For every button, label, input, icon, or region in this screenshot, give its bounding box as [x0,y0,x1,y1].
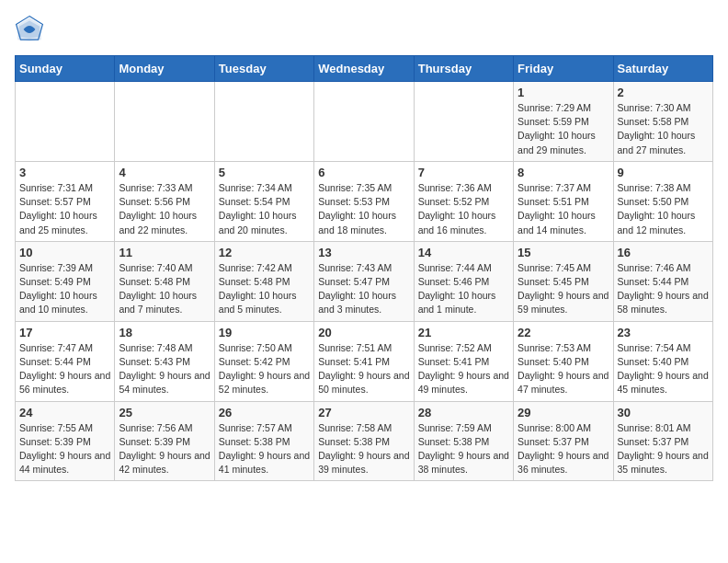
calendar-cell: 14Sunrise: 7:44 AMSunset: 5:46 PMDayligh… [414,241,513,321]
day-info: Sunrise: 7:40 AMSunset: 5:48 PMDaylight:… [119,261,210,317]
calendar-header: SundayMondayTuesdayWednesdayThursdayFrid… [16,56,713,82]
calendar-body: 1Sunrise: 7:29 AMSunset: 5:59 PMDaylight… [16,82,713,481]
day-info: Sunrise: 7:50 AMSunset: 5:42 PMDaylight:… [219,341,310,397]
day-info: Sunrise: 7:38 AMSunset: 5:50 PMDaylight:… [618,181,709,237]
day-info: Sunrise: 7:55 AMSunset: 5:39 PMDaylight:… [19,421,110,477]
day-info: Sunrise: 7:42 AMSunset: 5:48 PMDaylight:… [219,261,310,317]
calendar-cell: 16Sunrise: 7:46 AMSunset: 5:44 PMDayligh… [613,241,712,321]
calendar-cell: 30Sunrise: 8:01 AMSunset: 5:37 PMDayligh… [613,401,712,481]
day-number: 7 [418,166,509,179]
calendar-cell: 21Sunrise: 7:52 AMSunset: 5:41 PMDayligh… [414,321,513,401]
day-number: 25 [119,406,210,419]
day-number: 10 [19,246,110,259]
calendar-cell: 2Sunrise: 7:30 AMSunset: 5:58 PMDaylight… [613,82,712,162]
calendar-week-5: 24Sunrise: 7:55 AMSunset: 5:39 PMDayligh… [16,401,713,481]
day-number: 24 [19,406,110,419]
calendar-week-3: 10Sunrise: 7:39 AMSunset: 5:49 PMDayligh… [16,241,713,321]
day-number: 26 [219,406,310,419]
calendar-cell [16,82,115,162]
day-number: 11 [119,246,210,259]
day-number: 15 [518,246,609,259]
calendar-cell: 23Sunrise: 7:54 AMSunset: 5:40 PMDayligh… [613,321,712,401]
calendar-cell: 4Sunrise: 7:33 AMSunset: 5:56 PMDaylight… [115,161,214,241]
page-header [15,15,713,44]
day-info: Sunrise: 7:53 AMSunset: 5:40 PMDaylight:… [518,341,609,397]
day-number: 28 [418,406,509,419]
day-info: Sunrise: 8:01 AMSunset: 5:37 PMDaylight:… [618,421,709,477]
day-number: 14 [418,246,509,259]
logo [15,15,48,44]
day-info: Sunrise: 7:45 AMSunset: 5:45 PMDaylight:… [518,261,609,317]
weekday-header-monday: Monday [115,56,214,82]
calendar-cell: 25Sunrise: 7:56 AMSunset: 5:39 PMDayligh… [115,401,214,481]
calendar-cell: 6Sunrise: 7:35 AMSunset: 5:53 PMDaylight… [314,161,414,241]
day-info: Sunrise: 7:51 AMSunset: 5:41 PMDaylight:… [318,341,409,397]
day-info: Sunrise: 7:44 AMSunset: 5:46 PMDaylight:… [418,261,509,317]
weekday-header-tuesday: Tuesday [214,56,313,82]
weekday-header-friday: Friday [514,56,613,82]
day-number: 23 [618,326,709,339]
calendar-cell: 28Sunrise: 7:59 AMSunset: 5:38 PMDayligh… [414,401,513,481]
day-info: Sunrise: 7:52 AMSunset: 5:41 PMDaylight:… [418,341,509,397]
logo-icon [15,15,44,44]
day-number: 30 [618,406,709,419]
day-number: 18 [119,326,210,339]
calendar-cell [414,82,513,162]
calendar-week-1: 1Sunrise: 7:29 AMSunset: 5:59 PMDaylight… [16,82,713,162]
calendar-week-2: 3Sunrise: 7:31 AMSunset: 5:57 PMDaylight… [16,161,713,241]
day-info: Sunrise: 7:37 AMSunset: 5:51 PMDaylight:… [518,181,609,237]
day-number: 9 [618,166,709,179]
calendar-cell: 19Sunrise: 7:50 AMSunset: 5:42 PMDayligh… [214,321,313,401]
calendar-cell: 18Sunrise: 7:48 AMSunset: 5:43 PMDayligh… [115,321,214,401]
calendar-cell: 8Sunrise: 7:37 AMSunset: 5:51 PMDaylight… [514,161,613,241]
calendar-cell: 5Sunrise: 7:34 AMSunset: 5:54 PMDaylight… [214,161,313,241]
day-number: 21 [418,326,509,339]
day-number: 4 [119,166,210,179]
day-number: 6 [318,166,409,179]
calendar-cell: 27Sunrise: 7:58 AMSunset: 5:38 PMDayligh… [314,401,414,481]
weekday-header-sunday: Sunday [16,56,115,82]
day-info: Sunrise: 7:54 AMSunset: 5:40 PMDaylight:… [618,341,709,397]
day-number: 20 [318,326,409,339]
day-info: Sunrise: 7:43 AMSunset: 5:47 PMDaylight:… [318,261,409,317]
day-number: 1 [518,86,609,99]
day-info: Sunrise: 7:31 AMSunset: 5:57 PMDaylight:… [19,181,110,237]
calendar-cell: 7Sunrise: 7:36 AMSunset: 5:52 PMDaylight… [414,161,513,241]
day-info: Sunrise: 7:57 AMSunset: 5:38 PMDaylight:… [219,421,310,477]
day-number: 3 [19,166,110,179]
weekday-header-thursday: Thursday [414,56,513,82]
calendar-cell: 20Sunrise: 7:51 AMSunset: 5:41 PMDayligh… [314,321,414,401]
day-number: 22 [518,326,609,339]
calendar-cell: 1Sunrise: 7:29 AMSunset: 5:59 PMDaylight… [514,82,613,162]
calendar-cell [115,82,214,162]
day-number: 2 [618,86,709,99]
day-info: Sunrise: 7:58 AMSunset: 5:38 PMDaylight:… [318,421,409,477]
day-number: 16 [618,246,709,259]
day-info: Sunrise: 7:56 AMSunset: 5:39 PMDaylight:… [119,421,210,477]
calendar-cell [314,82,414,162]
day-info: Sunrise: 7:33 AMSunset: 5:56 PMDaylight:… [119,181,210,237]
day-info: Sunrise: 7:30 AMSunset: 5:58 PMDaylight:… [618,101,709,157]
calendar-cell: 11Sunrise: 7:40 AMSunset: 5:48 PMDayligh… [115,241,214,321]
day-number: 8 [518,166,609,179]
weekday-header-row: SundayMondayTuesdayWednesdayThursdayFrid… [16,56,713,82]
calendar-cell [214,82,313,162]
day-info: Sunrise: 7:46 AMSunset: 5:44 PMDaylight:… [618,261,709,317]
calendar-cell: 13Sunrise: 7:43 AMSunset: 5:47 PMDayligh… [314,241,414,321]
calendar-week-4: 17Sunrise: 7:47 AMSunset: 5:44 PMDayligh… [16,321,713,401]
day-number: 27 [318,406,409,419]
day-number: 19 [219,326,310,339]
calendar-cell: 29Sunrise: 8:00 AMSunset: 5:37 PMDayligh… [514,401,613,481]
calendar-cell: 22Sunrise: 7:53 AMSunset: 5:40 PMDayligh… [514,321,613,401]
calendar-cell: 12Sunrise: 7:42 AMSunset: 5:48 PMDayligh… [214,241,313,321]
day-info: Sunrise: 7:48 AMSunset: 5:43 PMDaylight:… [119,341,210,397]
weekday-header-wednesday: Wednesday [314,56,414,82]
day-number: 5 [219,166,310,179]
day-number: 17 [19,326,110,339]
day-number: 29 [518,406,609,419]
day-info: Sunrise: 7:47 AMSunset: 5:44 PMDaylight:… [19,341,110,397]
day-info: Sunrise: 8:00 AMSunset: 5:37 PMDaylight:… [518,421,609,477]
calendar-cell: 26Sunrise: 7:57 AMSunset: 5:38 PMDayligh… [214,401,313,481]
calendar-cell: 17Sunrise: 7:47 AMSunset: 5:44 PMDayligh… [16,321,115,401]
day-number: 12 [219,246,310,259]
